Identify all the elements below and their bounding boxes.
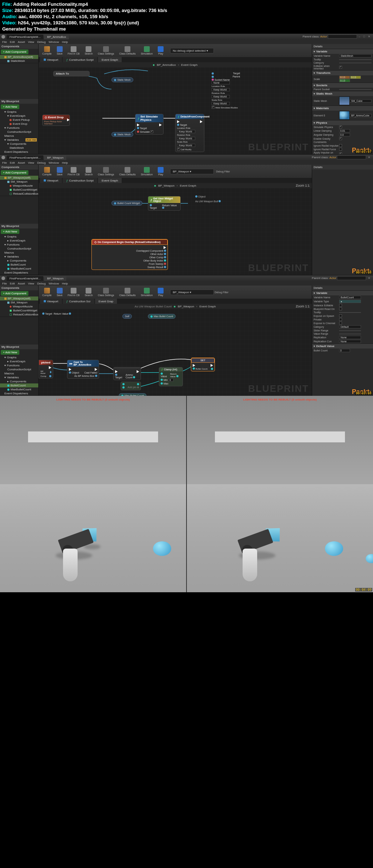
class-defaults-button[interactable]: Class Defaults bbox=[117, 45, 138, 56]
minimize-icon[interactable]: – bbox=[358, 35, 361, 38]
component-root[interactable]: BP_Weapon(self) bbox=[0, 176, 38, 180]
component-item[interactable]: StaticMesh bbox=[0, 59, 38, 63]
add-new-button[interactable]: + Add New bbox=[1, 104, 19, 109]
menu-debug[interactable]: Debug bbox=[37, 40, 46, 44]
exec-pin[interactable] bbox=[67, 118, 70, 122]
debug-object-select[interactable]: BP_Weapon ▾ bbox=[170, 169, 214, 174]
picked-node[interactable]: picked ser Actor Comp bbox=[39, 360, 53, 378]
vr-left-eye: LIGHTING NEEDS TO BE REBUILT (3 unbuilt … bbox=[0, 396, 186, 592]
search-input[interactable] bbox=[337, 155, 366, 159]
save-button[interactable]: Save bbox=[55, 166, 65, 176]
class-settings-button[interactable]: Class Settings bbox=[96, 45, 117, 56]
maximize-icon[interactable]: □ bbox=[362, 35, 366, 38]
tab-eventgraph[interactable]: Event Graph bbox=[98, 57, 122, 62]
editor-panel-3: FirstPersonExampleM... BP_Weapon Parent … bbox=[0, 275, 373, 396]
play-button[interactable]: Play bbox=[156, 45, 166, 56]
right-context-panel: Target Parent Socket Name None Location … bbox=[212, 72, 240, 109]
bullet-count-widget-var[interactable]: Bullet Count Widget bbox=[111, 201, 142, 206]
details-tab[interactable]: Details bbox=[312, 44, 373, 49]
get-user-widget-node[interactable]: ƒGet User Widget Object TargetReturn Val… bbox=[148, 196, 181, 211]
max-bullet-var[interactable]: Max Bullet Count bbox=[119, 393, 146, 396]
breadcrumb: ■BP_AmmoBox › Event Graph bbox=[39, 62, 312, 67]
parent-class-link[interactable]: Actor bbox=[320, 35, 327, 38]
max-bullet-var[interactable]: Max Bullet Count bbox=[148, 314, 176, 319]
add-component-button[interactable]: + Add Component bbox=[1, 170, 28, 175]
material-thumbnail[interactable] bbox=[339, 111, 350, 120]
window-tab[interactable]: BP_AmmoBox bbox=[44, 35, 69, 39]
menu-view[interactable]: View bbox=[28, 40, 34, 44]
component-root[interactable]: BP_AmmoBox(self) bbox=[0, 55, 38, 59]
add-new-button[interactable]: + Add New bbox=[1, 229, 19, 234]
dispatchers-group[interactable]: Event Dispatchers bbox=[0, 150, 38, 154]
graph-canvas[interactable]: Bullet Count Widget ƒGet User Widget Obj… bbox=[39, 188, 312, 275]
fn-node[interactable]: TargetAmmo Count bbox=[113, 367, 141, 380]
components-sub[interactable]: ▾Components bbox=[0, 142, 38, 146]
static-mesh-var-node[interactable]: Static Mesh bbox=[111, 77, 133, 82]
macros-group[interactable]: Macros bbox=[0, 134, 38, 138]
unreal-icon bbox=[1, 276, 5, 280]
sphere-object bbox=[366, 554, 373, 563]
components-header: Components bbox=[0, 44, 38, 49]
component-item[interactable]: SM_Weapon bbox=[0, 180, 38, 184]
graph-item[interactable]: Event Pickup bbox=[0, 118, 38, 122]
play-button[interactable]: Play bbox=[156, 166, 166, 176]
main-menu: File Edit Asset View Debug Window Help bbox=[0, 40, 373, 44]
functions-group[interactable]: ▾Functions bbox=[0, 126, 38, 130]
graph-item[interactable]: Event Drop bbox=[0, 122, 38, 126]
menu-edit[interactable]: Edit bbox=[10, 40, 15, 44]
cast-label: Object As UM Weapon Bull bbox=[195, 195, 221, 203]
target-pin[interactable]: Target Return Value bbox=[42, 312, 71, 315]
menu-asset[interactable]: Asset bbox=[18, 40, 25, 44]
find-button[interactable]: Find in CB bbox=[66, 45, 82, 56]
graph-canvas[interactable]: Attach To Static Mesh ◇Event Drop From P… bbox=[39, 67, 312, 154]
function-item[interactable]: ConstructionScript bbox=[0, 130, 38, 134]
cast-node[interactable]: ▸▸Cast To BP_AmmoBox ObjectCast Failed A… bbox=[67, 360, 99, 379]
graph-canvas[interactable]: Target Return Value Self Max Bullet Coun… bbox=[39, 309, 312, 396]
debug-object-select[interactable]: No debug object selected ▾ bbox=[170, 48, 214, 53]
window-tab[interactable]: FirstPersonExampleM... bbox=[7, 155, 43, 160]
window-tab[interactable]: BP_Weapon bbox=[44, 155, 66, 160]
blueprint-watermark: BLUEPRINT bbox=[248, 142, 309, 153]
set-node[interactable]: SET Bullet Count bbox=[191, 358, 215, 371]
add-node[interactable]: Add pin ⊕ bbox=[121, 382, 141, 390]
media-info-header: File: Adding Reload Functionality.mp4 Si… bbox=[0, 0, 373, 33]
menu-help[interactable]: Help bbox=[62, 40, 68, 44]
window-tab[interactable]: FirstPersonExampleM... bbox=[7, 35, 43, 39]
menu-window[interactable]: Window bbox=[48, 40, 59, 44]
overlap-event-node[interactable]: ◇On Component Begin Overlap (ReloadColli… bbox=[91, 239, 168, 270]
event-drop-node[interactable]: ◇Event Drop From Pickup Actor Interface bbox=[42, 115, 70, 126]
vr-hand bbox=[235, 523, 264, 581]
tab-viewport[interactable]: Viewport bbox=[40, 57, 62, 62]
static-mesh-var-node[interactable]: Static Mesh bbox=[111, 132, 133, 137]
myblueprint-header: My Blueprint bbox=[0, 99, 38, 104]
vr-hand bbox=[56, 523, 85, 581]
close-icon[interactable]: ✕ bbox=[367, 156, 372, 159]
search-button[interactable]: Search bbox=[82, 45, 95, 56]
close-icon[interactable]: ✕ bbox=[367, 35, 372, 38]
component-item[interactable]: ◆WeaponMuzzle bbox=[0, 184, 38, 188]
simulation-button[interactable]: Simulation bbox=[138, 45, 155, 56]
toolbar: Compile Save Find in CB Search Class Set… bbox=[39, 44, 312, 57]
mesh-thumbnail[interactable] bbox=[339, 96, 350, 105]
variables-group[interactable]: ▾Variables Ask me bbox=[0, 138, 38, 142]
graphs-group[interactable]: ▾Graphs bbox=[0, 110, 38, 114]
component-item[interactable]: ◼BulletCountWidget bbox=[0, 188, 38, 192]
vr-preview: LIGHTING NEEDS TO BE REBUILT (3 unbuilt … bbox=[0, 396, 373, 592]
component-item[interactable]: ◻ReloadCollisionBox bbox=[0, 192, 38, 196]
attach-node[interactable]: Attach To bbox=[53, 71, 90, 76]
compile-button[interactable]: Compile bbox=[40, 166, 54, 176]
detach-node[interactable]: ƒDetachFromComponent Target Location Rul… bbox=[175, 114, 204, 152]
save-button[interactable]: Save bbox=[55, 45, 65, 56]
self-var[interactable]: Self bbox=[122, 314, 132, 319]
graph-item[interactable]: ▾EventGraph bbox=[0, 114, 38, 118]
compile-button[interactable]: Compile bbox=[40, 45, 54, 56]
menu-file[interactable]: File bbox=[2, 40, 7, 44]
editor-panel-1: FirstPersonExampleM... BP_AmmoBox Parent… bbox=[0, 33, 373, 154]
tab-construction[interactable]: ƒConstruction Script bbox=[63, 57, 97, 62]
set-simulate-physics-node[interactable]: ƒSet Simulate Physics Target Simulate bbox=[135, 114, 164, 135]
search-input[interactable] bbox=[328, 35, 357, 39]
add-component-button[interactable]: + Add Component bbox=[1, 49, 28, 54]
editor-panel-2: FirstPersonExampleM... BP_Weapon Parent … bbox=[0, 154, 373, 275]
component-var[interactable]: StaticMesh bbox=[0, 146, 38, 150]
clamp-node[interactable]: ƒClamp (int) ValueReturn Value Min 0 Max bbox=[159, 367, 183, 386]
